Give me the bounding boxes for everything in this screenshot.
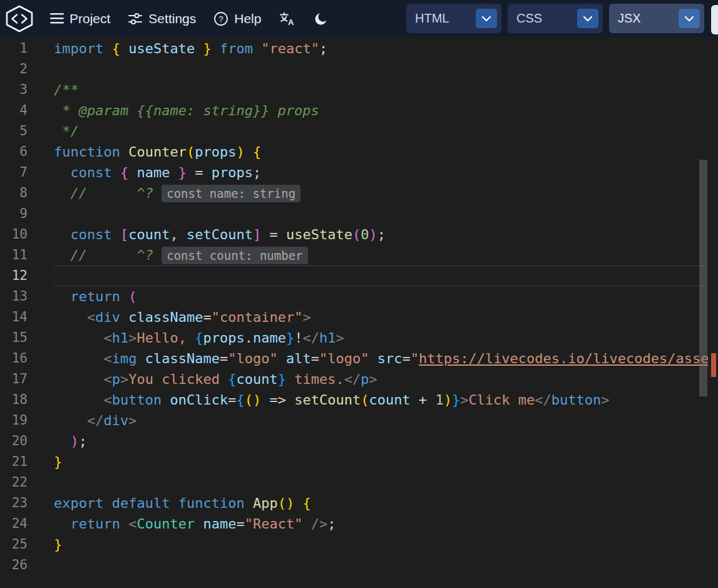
code-line[interactable]: 20 ); bbox=[0, 431, 718, 451]
partial-panel-edge bbox=[711, 5, 718, 34]
svg-text:?: ? bbox=[218, 14, 223, 23]
help-menu-label: Help bbox=[234, 11, 261, 26]
tab-css-label: CSS bbox=[516, 11, 542, 26]
code-line[interactable]: 22 bbox=[0, 472, 718, 493]
line-number: 23 bbox=[0, 493, 39, 513]
line-number: 14 bbox=[0, 307, 39, 328]
code-line[interactable]: 19 </div> bbox=[0, 410, 718, 431]
language-button[interactable]: A bbox=[279, 11, 295, 26]
css-tab-menu-button[interactable] bbox=[577, 9, 598, 28]
line-number: 26 bbox=[0, 555, 39, 575]
line-number: 4 bbox=[0, 100, 39, 121]
url-link[interactable]: https://livecodes.io/livecodes/assets/te… bbox=[419, 351, 708, 366]
tab-html-label: HTML bbox=[415, 11, 449, 26]
code-line[interactable]: 15 <h1>Hello, {props.name}!</h1> bbox=[0, 328, 718, 348]
livecodes-logo-icon bbox=[5, 4, 34, 33]
code-line[interactable]: 25} bbox=[0, 534, 718, 555]
help-circle-icon: ? bbox=[213, 11, 228, 26]
settings-menu-label: Settings bbox=[148, 11, 196, 26]
inlay-hint: const name: string bbox=[162, 185, 300, 202]
overview-ruler-link-marker bbox=[711, 353, 716, 377]
moon-icon bbox=[314, 11, 329, 26]
code-line[interactable]: 12 bbox=[0, 266, 718, 286]
sliders-icon bbox=[128, 11, 143, 26]
code-line[interactable]: 26 bbox=[0, 555, 718, 575]
vertical-scrollbar[interactable] bbox=[699, 160, 707, 396]
dark-mode-button[interactable] bbox=[314, 11, 329, 26]
tab-html[interactable]: HTML bbox=[406, 4, 501, 33]
code-line[interactable]: 21} bbox=[0, 451, 718, 472]
line-number: 24 bbox=[0, 513, 39, 534]
code-line[interactable]: 10 const [count, setCount] = useState(0)… bbox=[0, 224, 718, 245]
line-number: 6 bbox=[0, 142, 39, 162]
line-number: 12 bbox=[0, 266, 39, 286]
line-number: 21 bbox=[0, 451, 39, 472]
tab-jsx[interactable]: JSX bbox=[609, 4, 704, 33]
line-number: 18 bbox=[0, 389, 39, 410]
line-number: 22 bbox=[0, 472, 39, 493]
help-menu-button[interactable]: ? Help bbox=[213, 11, 261, 26]
line-number: 11 bbox=[0, 245, 39, 266]
code-line[interactable]: 18 <button onClick={() => setCount(count… bbox=[0, 389, 718, 410]
code-line[interactable]: 4 * @param {{name: string}} props bbox=[0, 100, 718, 121]
code-line[interactable]: 8 // ^? const name: string bbox=[0, 183, 718, 204]
line-number: 7 bbox=[0, 162, 39, 183]
html-tab-menu-button[interactable] bbox=[476, 9, 497, 28]
jsx-tab-menu-button[interactable] bbox=[679, 9, 700, 28]
code-editor[interactable]: 1import { useState } from "react";23/**4… bbox=[0, 37, 718, 588]
code-line[interactable]: 3/** bbox=[0, 80, 718, 100]
code-lines: 1import { useState } from "react";23/**4… bbox=[0, 37, 718, 575]
chevron-down-icon bbox=[684, 16, 694, 22]
inlay-hint: const count: number bbox=[162, 247, 307, 264]
editor-tabs: HTML CSS JSX bbox=[406, 4, 704, 33]
code-line[interactable]: 23export default function App() { bbox=[0, 493, 718, 513]
line-number: 5 bbox=[0, 121, 39, 142]
code-line[interactable]: 6function Counter(props) { bbox=[0, 142, 718, 162]
settings-menu-button[interactable]: Settings bbox=[128, 11, 196, 26]
code-line[interactable]: 11 // ^? const count: number bbox=[0, 245, 718, 266]
line-number: 19 bbox=[0, 410, 39, 431]
line-number: 13 bbox=[0, 286, 39, 307]
line-number: 20 bbox=[0, 431, 39, 451]
line-number: 1 bbox=[0, 38, 39, 59]
line-number: 9 bbox=[0, 204, 39, 224]
hamburger-icon bbox=[50, 13, 64, 24]
code-line[interactable]: 2 bbox=[0, 59, 718, 80]
code-line[interactable]: 13 return ( bbox=[0, 286, 718, 307]
chevron-down-icon bbox=[481, 16, 491, 22]
tab-jsx-label: JSX bbox=[618, 11, 641, 26]
code-line[interactable]: 17 <p>You clicked {count} times.</p> bbox=[0, 369, 718, 389]
chevron-down-icon bbox=[583, 16, 593, 22]
code-line[interactable]: 14 <div className="container"> bbox=[0, 307, 718, 328]
line-number: 3 bbox=[0, 80, 39, 100]
code-line[interactable]: 7 const { name } = props; bbox=[0, 162, 718, 183]
code-line[interactable]: 5 */ bbox=[0, 121, 718, 142]
code-line[interactable]: 1import { useState } from "react"; bbox=[0, 38, 718, 59]
line-number: 15 bbox=[0, 328, 39, 348]
translate-icon: A bbox=[279, 11, 295, 26]
line-number: 2 bbox=[0, 59, 39, 80]
line-number: 10 bbox=[0, 224, 39, 245]
code-line[interactable]: 24 return <Counter name="React" />; bbox=[0, 513, 718, 534]
svg-text:A: A bbox=[288, 18, 294, 26]
line-number: 17 bbox=[0, 369, 39, 389]
line-number: 16 bbox=[0, 348, 39, 369]
app-header: Project Settings ? Help A HTML bbox=[0, 0, 718, 37]
code-line[interactable]: 9 bbox=[0, 204, 718, 224]
app-logo[interactable] bbox=[5, 4, 34, 33]
code-line[interactable]: 16 <img className="logo" alt="logo" src=… bbox=[0, 348, 718, 369]
tab-css[interactable]: CSS bbox=[508, 4, 603, 33]
line-number: 8 bbox=[0, 183, 39, 204]
project-menu-label: Project bbox=[69, 11, 110, 26]
project-menu-button[interactable]: Project bbox=[50, 11, 110, 26]
line-number: 25 bbox=[0, 534, 39, 555]
